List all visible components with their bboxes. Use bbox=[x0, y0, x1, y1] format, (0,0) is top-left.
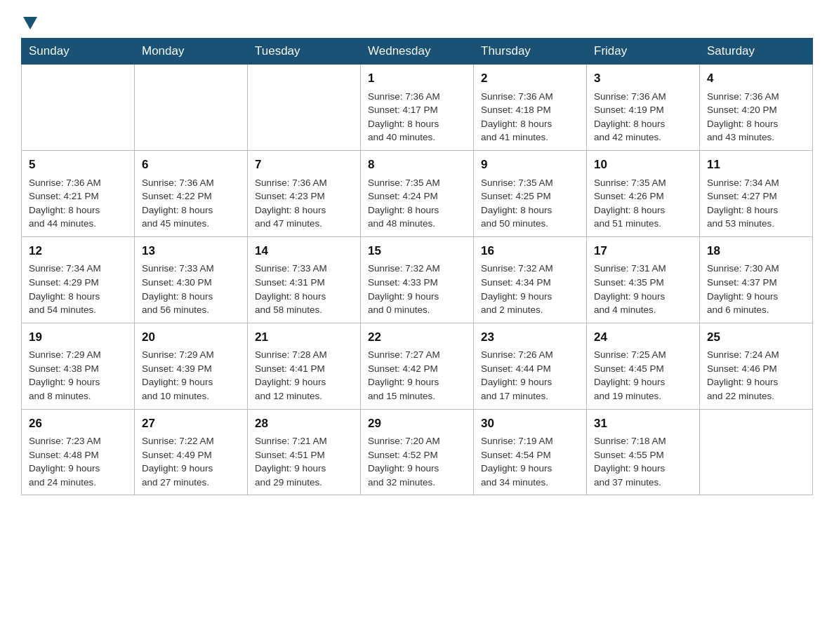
calendar-cell: 23Sunrise: 7:26 AMSunset: 4:44 PMDayligh… bbox=[474, 323, 587, 409]
calendar-cell: 2Sunrise: 7:36 AMSunset: 4:18 PMDaylight… bbox=[474, 65, 587, 151]
calendar-cell: 7Sunrise: 7:36 AMSunset: 4:23 PMDaylight… bbox=[248, 150, 361, 236]
day-number: 31 bbox=[594, 415, 692, 433]
calendar-cell: 29Sunrise: 7:20 AMSunset: 4:52 PMDayligh… bbox=[361, 409, 474, 495]
day-number: 22 bbox=[368, 329, 466, 347]
calendar-cell bbox=[135, 65, 248, 151]
day-number: 29 bbox=[368, 415, 466, 433]
calendar-cell: 30Sunrise: 7:19 AMSunset: 4:54 PMDayligh… bbox=[474, 409, 587, 495]
calendar-table: SundayMondayTuesdayWednesdayThursdayFrid… bbox=[21, 38, 813, 495]
day-number: 2 bbox=[481, 70, 579, 88]
day-number: 20 bbox=[142, 329, 240, 347]
day-number: 9 bbox=[481, 156, 579, 174]
calendar-cell: 21Sunrise: 7:28 AMSunset: 4:41 PMDayligh… bbox=[248, 323, 361, 409]
day-number: 19 bbox=[29, 329, 127, 347]
calendar-cell: 15Sunrise: 7:32 AMSunset: 4:33 PMDayligh… bbox=[361, 236, 474, 323]
day-number: 23 bbox=[481, 329, 579, 347]
day-number: 26 bbox=[29, 415, 127, 433]
calendar-cell: 16Sunrise: 7:32 AMSunset: 4:34 PMDayligh… bbox=[474, 236, 587, 323]
calendar-cell bbox=[22, 65, 135, 151]
day-number: 28 bbox=[255, 415, 353, 433]
calendar-cell: 4Sunrise: 7:36 AMSunset: 4:20 PMDaylight… bbox=[700, 65, 813, 151]
day-number: 1 bbox=[368, 70, 466, 88]
day-number: 24 bbox=[594, 329, 692, 347]
day-number: 30 bbox=[481, 415, 579, 433]
calendar-cell: 14Sunrise: 7:33 AMSunset: 4:31 PMDayligh… bbox=[248, 236, 361, 323]
calendar-cell: 25Sunrise: 7:24 AMSunset: 4:46 PMDayligh… bbox=[700, 323, 813, 409]
day-number: 25 bbox=[707, 329, 805, 347]
day-number: 10 bbox=[594, 156, 692, 174]
calendar-cell: 12Sunrise: 7:34 AMSunset: 4:29 PMDayligh… bbox=[22, 236, 135, 323]
calendar-cell: 6Sunrise: 7:36 AMSunset: 4:22 PMDaylight… bbox=[135, 150, 248, 236]
calendar-header-row: SundayMondayTuesdayWednesdayThursdayFrid… bbox=[22, 39, 813, 65]
calendar-cell: 27Sunrise: 7:22 AMSunset: 4:49 PMDayligh… bbox=[135, 409, 248, 495]
day-number: 7 bbox=[255, 156, 353, 174]
col-header-wednesday: Wednesday bbox=[361, 39, 474, 65]
day-number: 13 bbox=[142, 243, 240, 260]
day-number: 12 bbox=[29, 243, 127, 260]
calendar-cell: 17Sunrise: 7:31 AMSunset: 4:35 PMDayligh… bbox=[587, 236, 700, 323]
calendar-cell: 13Sunrise: 7:33 AMSunset: 4:30 PMDayligh… bbox=[135, 236, 248, 323]
calendar-cell bbox=[700, 409, 813, 495]
day-number: 5 bbox=[29, 156, 127, 174]
day-number: 27 bbox=[142, 415, 240, 433]
col-header-monday: Monday bbox=[135, 39, 248, 65]
day-number: 16 bbox=[481, 243, 579, 260]
calendar-cell: 5Sunrise: 7:36 AMSunset: 4:21 PMDaylight… bbox=[22, 150, 135, 236]
calendar-cell bbox=[248, 65, 361, 151]
day-number: 21 bbox=[255, 329, 353, 347]
day-number: 6 bbox=[142, 156, 240, 174]
calendar-cell: 9Sunrise: 7:35 AMSunset: 4:25 PMDaylight… bbox=[474, 150, 587, 236]
calendar-cell: 22Sunrise: 7:27 AMSunset: 4:42 PMDayligh… bbox=[361, 323, 474, 409]
page-header bbox=[21, 14, 813, 25]
calendar-cell: 18Sunrise: 7:30 AMSunset: 4:37 PMDayligh… bbox=[700, 236, 813, 323]
calendar-cell: 20Sunrise: 7:29 AMSunset: 4:39 PMDayligh… bbox=[135, 323, 248, 409]
calendar-cell: 31Sunrise: 7:18 AMSunset: 4:55 PMDayligh… bbox=[587, 409, 700, 495]
col-header-tuesday: Tuesday bbox=[248, 39, 361, 65]
calendar-cell: 8Sunrise: 7:35 AMSunset: 4:24 PMDaylight… bbox=[361, 150, 474, 236]
calendar-cell: 19Sunrise: 7:29 AMSunset: 4:38 PMDayligh… bbox=[22, 323, 135, 409]
day-number: 3 bbox=[594, 70, 692, 88]
calendar-week-row: 19Sunrise: 7:29 AMSunset: 4:38 PMDayligh… bbox=[22, 323, 813, 409]
day-number: 4 bbox=[707, 70, 805, 88]
day-number: 8 bbox=[368, 156, 466, 174]
calendar-week-row: 1Sunrise: 7:36 AMSunset: 4:17 PMDaylight… bbox=[22, 65, 813, 151]
calendar-cell: 3Sunrise: 7:36 AMSunset: 4:19 PMDaylight… bbox=[587, 65, 700, 151]
calendar-week-row: 26Sunrise: 7:23 AMSunset: 4:48 PMDayligh… bbox=[22, 409, 813, 495]
calendar-cell: 24Sunrise: 7:25 AMSunset: 4:45 PMDayligh… bbox=[587, 323, 700, 409]
col-header-saturday: Saturday bbox=[700, 39, 813, 65]
col-header-thursday: Thursday bbox=[474, 39, 587, 65]
day-number: 18 bbox=[707, 243, 805, 260]
day-number: 11 bbox=[707, 156, 805, 174]
calendar-cell: 1Sunrise: 7:36 AMSunset: 4:17 PMDaylight… bbox=[361, 65, 474, 151]
day-number: 15 bbox=[368, 243, 466, 260]
day-number: 14 bbox=[255, 243, 353, 260]
calendar-cell: 26Sunrise: 7:23 AMSunset: 4:48 PMDayligh… bbox=[22, 409, 135, 495]
day-number: 17 bbox=[594, 243, 692, 260]
calendar-week-row: 5Sunrise: 7:36 AMSunset: 4:21 PMDaylight… bbox=[22, 150, 813, 236]
col-header-friday: Friday bbox=[587, 39, 700, 65]
calendar-cell: 10Sunrise: 7:35 AMSunset: 4:26 PMDayligh… bbox=[587, 150, 700, 236]
calendar-cell: 11Sunrise: 7:34 AMSunset: 4:27 PMDayligh… bbox=[700, 150, 813, 236]
logo bbox=[21, 14, 37, 25]
logo-triangle-icon bbox=[23, 17, 37, 29]
col-header-sunday: Sunday bbox=[22, 39, 135, 65]
calendar-week-row: 12Sunrise: 7:34 AMSunset: 4:29 PMDayligh… bbox=[22, 236, 813, 323]
calendar-cell: 28Sunrise: 7:21 AMSunset: 4:51 PMDayligh… bbox=[248, 409, 361, 495]
